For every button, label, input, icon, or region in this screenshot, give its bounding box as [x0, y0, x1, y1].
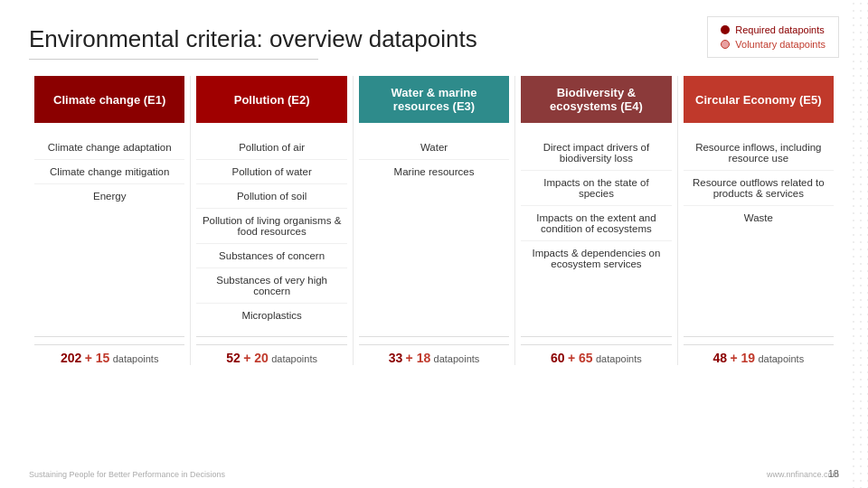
- footer-plus-E1: + 15: [85, 351, 110, 365]
- col-item-E2-5: Substances of very high concern: [196, 268, 346, 304]
- columns: Climate change (E1)Climate change adapta…: [29, 76, 839, 365]
- col-items-E3: WaterMarine resources: [359, 136, 509, 327]
- col-footer-E5: 48 + 19 datapoints: [684, 336, 834, 365]
- col-item-E3-0: Water: [359, 136, 509, 160]
- col-item-E4-2: Impacts on the extent and condition of e…: [521, 206, 671, 241]
- col-item-E4-1: Impacts on the state of species: [521, 171, 671, 206]
- footer-bar: Sustaining People for Better Performance…: [29, 470, 839, 479]
- col-header-E5: Circular Economy (E5): [684, 76, 834, 123]
- dots-decoration: [850, 0, 868, 488]
- voluntary-dot: [721, 40, 730, 49]
- col-item-E1-2: Energy: [34, 184, 184, 208]
- column-E3: Water & marine resources (E3)WaterMarine…: [354, 76, 515, 365]
- legend: Required datapoints Voluntary datapoints: [707, 16, 839, 58]
- title-underline: [29, 59, 318, 60]
- col-items-E5: Resource inflows, including resource use…: [684, 136, 834, 327]
- footer-main-E2: 52: [226, 351, 241, 365]
- col-header-E3: Water & marine resources (E3): [359, 76, 509, 123]
- col-items-E4: Direct impact drivers of biodiversity lo…: [521, 136, 671, 327]
- footer-main-E3: 33: [389, 351, 403, 365]
- legend-voluntary: Voluntary datapoints: [721, 39, 826, 50]
- col-item-E2-4: Substances of concern: [196, 244, 346, 268]
- col-items-E1: Climate change adaptationClimate change …: [34, 136, 184, 327]
- footer-suffix-E1: datapoints: [113, 353, 159, 364]
- footer-plus-E4: + 65: [568, 351, 593, 365]
- column-E4: Biodiversity & ecosystems (E4)Direct imp…: [515, 76, 677, 365]
- col-item-E2-3: Pollution of living organisms & food res…: [196, 209, 346, 244]
- col-item-E1-1: Climate change mitigation: [34, 160, 184, 184]
- footer-plus-E2: + 20: [243, 351, 269, 365]
- col-item-E4-3: Impacts & dependencies on ecosystem serv…: [521, 241, 671, 276]
- legend-required: Required datapoints: [721, 24, 826, 35]
- col-item-E5-2: Waste: [684, 206, 834, 230]
- col-item-E2-2: Pollution of soil: [196, 184, 346, 209]
- col-footer-E1: 202 + 15 datapoints: [34, 336, 184, 365]
- col-header-E4: Biodiversity & ecosystems (E4): [521, 76, 671, 123]
- col-header-E2: Pollution (E2): [196, 76, 346, 123]
- footer-left: Sustaining People for Better Performance…: [29, 470, 225, 479]
- col-item-E5-1: Resource outflows related to products & …: [684, 171, 834, 206]
- footer-main-E5: 48: [712, 351, 727, 365]
- col-footer-E3: 33 + 18 datapoints: [359, 336, 509, 365]
- legend-required-label: Required datapoints: [735, 24, 824, 35]
- col-item-E4-0: Direct impact drivers of biodiversity lo…: [521, 136, 671, 171]
- footer-suffix-E2: datapoints: [271, 353, 317, 364]
- col-items-E2: Pollution of airPollution of waterPollut…: [196, 136, 346, 327]
- footer-plus-E5: + 19: [730, 351, 755, 365]
- footer-suffix-E4: datapoints: [596, 353, 642, 364]
- column-E2: Pollution (E2)Pollution of airPollution …: [191, 76, 353, 365]
- footer-plus-E3: + 18: [406, 351, 431, 365]
- page-number: 18: [828, 468, 839, 479]
- col-item-E2-0: Pollution of air: [196, 136, 346, 160]
- col-item-E1-0: Climate change adaptation: [34, 136, 184, 160]
- col-item-E5-0: Resource inflows, including resource use: [684, 136, 834, 171]
- footer-suffix-E3: datapoints: [434, 353, 480, 364]
- column-E5: Circular Economy (E5)Resource inflows, i…: [678, 76, 839, 365]
- col-item-E2-1: Pollution of water: [196, 160, 346, 184]
- col-footer-E2: 52 + 20 datapoints: [196, 336, 346, 365]
- col-footer-E4: 60 + 65 datapoints: [521, 336, 671, 365]
- col-item-E3-1: Marine resources: [359, 160, 509, 183]
- col-item-E2-6: Microplastics: [196, 304, 346, 327]
- footer-main-E4: 60: [551, 351, 565, 365]
- footer-main-E1: 202: [61, 351, 81, 365]
- col-header-E1: Climate change (E1): [34, 76, 184, 123]
- required-dot: [721, 25, 730, 34]
- page: Required datapoints Voluntary datapoints…: [0, 0, 868, 488]
- column-E1: Climate change (E1)Climate change adapta…: [29, 76, 191, 365]
- legend-voluntary-label: Voluntary datapoints: [735, 39, 826, 50]
- footer-suffix-E5: datapoints: [758, 353, 804, 364]
